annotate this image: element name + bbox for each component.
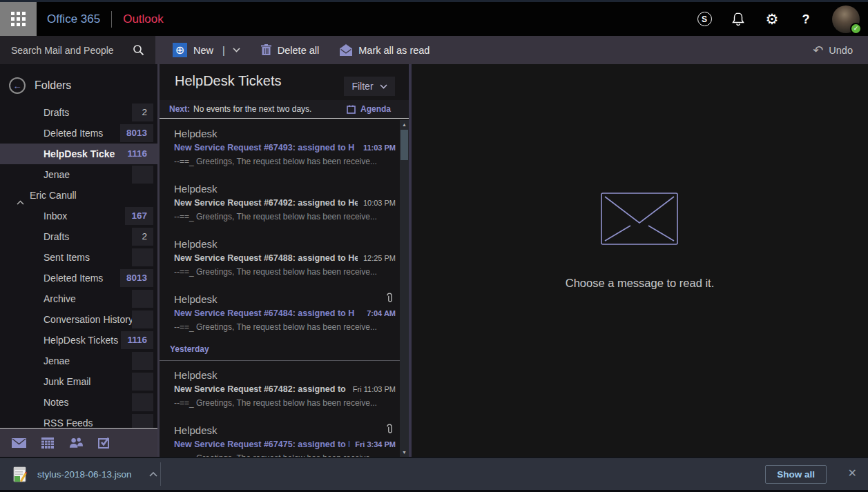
folder-item[interactable]: Notes xyxy=(0,392,157,413)
folder-item[interactable]: Drafts 2 xyxy=(0,226,157,247)
help-button[interactable]: ? xyxy=(798,12,813,27)
folder-item[interactable]: Conversation History xyxy=(0,309,157,330)
message-subject-row: New Service Request #67492: assigned to … xyxy=(174,198,396,208)
message-preview: --==_ Greetings, The request below has b… xyxy=(174,157,396,166)
delete-all-button[interactable]: Delete all xyxy=(261,44,319,56)
message-subject-row: New Service Request #67493: assigned to … xyxy=(174,143,396,152)
list-scrollbar[interactable]: ▲ ▼ xyxy=(400,120,409,457)
list-title: HelpDesk Tickets xyxy=(175,73,282,89)
message-time: 7:04 AM xyxy=(367,309,396,317)
message-time: 12:25 PM xyxy=(363,254,396,262)
settings-button[interactable]: ⚙ xyxy=(764,12,780,27)
brand-area: Office 365 Outlook xyxy=(47,2,164,36)
undo-icon: ↶ xyxy=(813,43,823,58)
message-preview: --==_ Greetings, The request below has b… xyxy=(174,267,396,277)
folders-header[interactable]: ← Folders xyxy=(0,64,157,102)
folder-item[interactable]: Sent Items xyxy=(0,247,157,268)
outlook-window: Office 365 Outlook S ⚙ ? ✓ xyxy=(0,0,868,492)
message-item[interactable]: Helpdesk New Service Request #67492: ass… xyxy=(160,175,400,230)
new-message-button[interactable]: ⊕ New | xyxy=(173,43,240,57)
filter-button[interactable]: Filter xyxy=(344,77,395,96)
scroll-up-arrow[interactable]: ▲ xyxy=(400,121,409,128)
mark-all-read-button[interactable]: Mark all as read xyxy=(340,44,430,56)
message-time: Fri 3:34 PM xyxy=(355,440,396,449)
folder-item[interactable]: Inbox 167 xyxy=(0,206,157,226)
folder-unread-count: 1116 xyxy=(121,331,153,349)
close-downloads-icon[interactable]: ✕ xyxy=(848,466,857,480)
folder-unread-count: 2 xyxy=(132,104,153,121)
office-365-link[interactable]: Office 365 xyxy=(47,12,100,26)
folder-item[interactable]: RSS Feeds xyxy=(0,413,157,428)
skype-button[interactable]: S xyxy=(697,12,712,27)
folder-item[interactable]: HelpDesk Tickets 1116 xyxy=(0,330,157,351)
top-suite-bar: Office 365 Outlook S ⚙ ? ✓ xyxy=(0,2,868,36)
message-item[interactable]: Helpdesk New Service Request #67488: ass… xyxy=(160,230,400,285)
folder-item[interactable]: Junk Email xyxy=(0,371,157,392)
folder-item[interactable]: Deleted Items 8013 xyxy=(0,123,157,144)
folder-item[interactable]: Jenae xyxy=(0,351,157,371)
brand-divider xyxy=(111,11,112,28)
folder-item[interactable]: Jenae xyxy=(0,164,157,185)
people-module-button[interactable] xyxy=(68,435,83,450)
message-item[interactable]: Helpdesk New Service Request #67475: ass… xyxy=(160,416,400,457)
message-sender: Helpdesk xyxy=(174,424,396,437)
command-buttons: ⊕ New | Delete all xyxy=(173,36,430,64)
notifications-button[interactable] xyxy=(731,12,746,27)
show-all-downloads-button[interactable]: Show all xyxy=(765,465,827,484)
message-sender: Helpdesk xyxy=(174,127,396,140)
empty-state: Choose a message to read it. xyxy=(566,193,715,290)
app-launcher-button[interactable] xyxy=(0,2,37,36)
folder-item[interactable]: Drafts 2 xyxy=(0,102,157,123)
downloads-bar: stylus-2018-06-13.json Show all ✕ xyxy=(0,457,868,490)
folder-unread-count xyxy=(132,414,153,428)
new-split-divider: | xyxy=(222,45,225,56)
message-subject: New Service Request #67482: assigned to … xyxy=(174,384,347,394)
empty-state-text: Choose a message to read it. xyxy=(566,277,715,290)
folder-item[interactable]: Deleted Items 8013 xyxy=(0,268,157,288)
message-subject: New Service Request #67488: assigned to … xyxy=(174,253,358,263)
scroll-down-arrow[interactable]: ▼ xyxy=(400,449,409,456)
tasks-icon xyxy=(98,437,110,449)
message-item[interactable]: Helpdesk New Service Request #67482: ass… xyxy=(160,361,400,416)
downloads-divider xyxy=(160,462,161,486)
filter-label: Filter xyxy=(351,81,373,92)
envelope-outline-icon xyxy=(601,193,678,245)
folder-unread-count: 167 xyxy=(125,207,153,225)
file-icon xyxy=(12,466,27,482)
message-sender: Helpdesk xyxy=(174,293,396,306)
gear-icon: ⚙ xyxy=(766,12,779,26)
chevron-down-icon xyxy=(380,84,387,89)
undo-button[interactable]: ↶ Undo xyxy=(813,36,853,64)
search-icon xyxy=(133,44,144,56)
folder-unread-count: 8013 xyxy=(120,269,153,287)
chevron-down-icon[interactable] xyxy=(233,48,240,52)
mail-icon xyxy=(12,438,26,448)
top-right-icons: S ⚙ ? ✓ xyxy=(697,2,860,36)
folder-unread-count xyxy=(132,393,153,411)
download-menu-button[interactable] xyxy=(149,472,157,477)
message-time: Fri 11:03 PM xyxy=(353,385,396,393)
message-item[interactable]: Helpdesk New Service Request #67484: ass… xyxy=(160,285,400,340)
calendar-module-button[interactable] xyxy=(40,435,55,450)
outlook-app-title: Outlook xyxy=(123,12,164,26)
download-item[interactable]: stylus-2018-06-13.json xyxy=(12,458,157,490)
folder-unread-count xyxy=(132,248,153,266)
user-avatar[interactable]: ✓ xyxy=(832,6,860,33)
calendar-icon xyxy=(41,437,54,449)
folder-item[interactable]: Eric Canull xyxy=(0,185,157,206)
message-item[interactable]: Helpdesk New Service Request #67493: ass… xyxy=(160,119,400,175)
folder-unread-count: 1116 xyxy=(121,145,153,163)
chevron-up-icon xyxy=(149,472,157,477)
tasks-module-button[interactable] xyxy=(97,435,111,450)
folder-item[interactable]: Archive xyxy=(0,288,157,309)
folder-item[interactable]: HelpDesk Ticke 1116 xyxy=(0,144,157,164)
message-sender: Helpdesk xyxy=(174,182,396,195)
folder-unread-count xyxy=(132,352,153,370)
message-subject-row: New Service Request #67475: assigned to … xyxy=(174,440,396,449)
agenda-button[interactable]: Agenda xyxy=(347,104,391,114)
trash-icon xyxy=(261,44,271,56)
scroll-thumb[interactable] xyxy=(401,130,408,160)
bell-icon xyxy=(732,12,744,26)
search-input[interactable]: Search Mail and People xyxy=(0,36,155,64)
mail-module-button[interactable] xyxy=(12,435,26,450)
